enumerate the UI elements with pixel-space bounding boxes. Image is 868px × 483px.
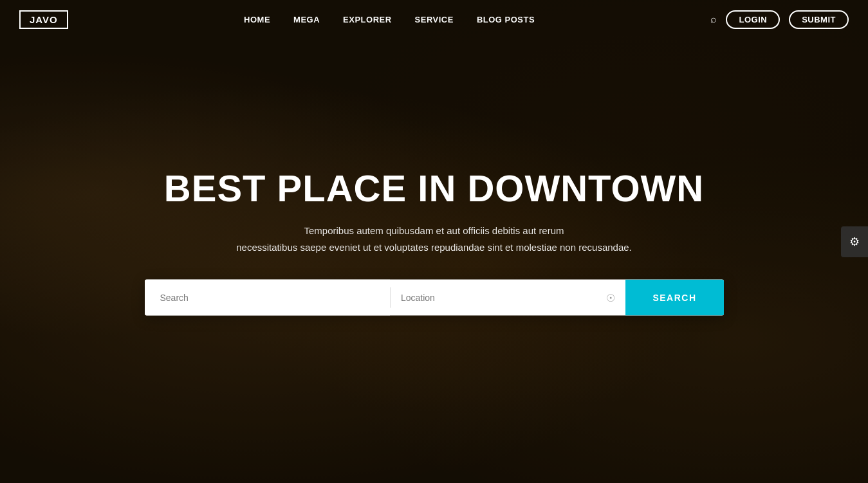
hero-content: BEST PLACE IN DOWNTOWN Temporibus autem … [145, 167, 724, 316]
nav-link-service[interactable]: SERVICE [415, 15, 454, 24]
gear-icon: ⚙ [849, 235, 860, 249]
brand-logo[interactable]: JAVO [19, 10, 68, 29]
nav-right: ⌕ LOGIN SUBMIT [710, 10, 849, 29]
search-input[interactable] [145, 280, 390, 316]
nav-item-service[interactable]: SERVICE [415, 14, 454, 25]
nav-link-home[interactable]: HOME [244, 15, 270, 24]
nav-item-blog-posts[interactable]: BLOG POSTS [477, 14, 535, 25]
hero-subtitle: Temporibus autem quibusdam et aut offici… [145, 223, 724, 255]
nav-item-mega[interactable]: MEGA [293, 14, 320, 25]
hero-section: JAVO HOME MEGA EXPLORER SERVICE BLOG POS… [0, 0, 868, 483]
location-icon[interactable]: ☉ [606, 291, 615, 304]
search-icon[interactable]: ⌕ [710, 14, 717, 25]
nav-item-explorer[interactable]: EXPLORER [343, 14, 392, 25]
navbar: JAVO HOME MEGA EXPLORER SERVICE BLOG POS… [0, 0, 868, 39]
nav-link-mega[interactable]: MEGA [293, 15, 320, 24]
location-wrapper: ☉ [391, 280, 625, 316]
location-input[interactable] [401, 293, 606, 303]
gear-tab[interactable]: ⚙ [841, 226, 868, 257]
nav-link-explorer[interactable]: EXPLORER [343, 15, 392, 24]
search-bar: ☉ SEARCH [145, 280, 724, 316]
login-button[interactable]: LOGIN [726, 10, 780, 29]
search-button[interactable]: SEARCH [625, 280, 723, 316]
nav-link-blog-posts[interactable]: BLOG POSTS [477, 15, 535, 24]
hero-title: BEST PLACE IN DOWNTOWN [145, 167, 724, 208]
nav-item-home[interactable]: HOME [244, 14, 270, 25]
nav-links: HOME MEGA EXPLORER SERVICE BLOG POSTS [244, 14, 535, 25]
submit-button[interactable]: SUBMIT [789, 10, 849, 29]
hero-subtitle-line2: necessitatibus saepe eveniet ut et volup… [236, 241, 632, 252]
hero-subtitle-line1: Temporibus autem quibusdam et aut offici… [304, 225, 564, 236]
